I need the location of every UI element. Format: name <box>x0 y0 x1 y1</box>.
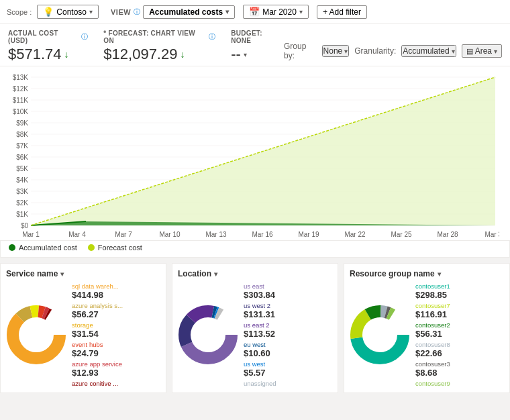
location-legend-item-1: us west 2 $131.31 <box>244 302 332 319</box>
resource-group-card: Resource group name ▾ contosuser1 $298.8… <box>344 263 510 393</box>
forecast-info-icon[interactable]: ⓘ <box>209 32 215 42</box>
location-title: Location <box>178 269 211 278</box>
svg-text:$6K: $6K <box>16 154 28 161</box>
budget-label: BUDGET: NONE <box>231 30 284 44</box>
service-legend-item-2: storage $31.54 <box>72 321 160 339</box>
forecast-dot <box>88 244 95 251</box>
date-button[interactable]: 📅 Mar 2020 ▾ <box>243 5 309 19</box>
info-icon[interactable]: ⓘ <box>134 7 140 17</box>
top-bar: Scope : 💡 Contoso ▾ VIEW ⓘ Accumulated c… <box>0 0 510 24</box>
svg-point-52 <box>195 321 221 348</box>
service-legend: sql data wareh... $414.98 azure analysis… <box>72 282 160 387</box>
accumulated-legend-label: Accumulated cost <box>19 244 77 252</box>
resource-group-title: Resource group name <box>350 269 435 278</box>
location-legend-item-5: unassigned <box>244 380 332 387</box>
svg-text:Mar 28: Mar 28 <box>437 231 458 238</box>
svg-text:$1K: $1K <box>16 211 28 218</box>
granularity-label: Granularity: <box>354 46 396 56</box>
view-section: VIEW ⓘ Accumulated costs ▾ <box>111 5 235 19</box>
forecast-trend-icon: ↓ <box>180 49 185 60</box>
forecast-label: * FORECAST: CHART VIEW ON <box>103 30 206 44</box>
view-button[interactable]: Accumulated costs ▾ <box>143 5 235 19</box>
groupby-button[interactable]: None ▾ <box>322 45 350 57</box>
chevron-down-icon: ▾ <box>494 48 497 55</box>
svg-text:$4K: $4K <box>16 176 28 184</box>
forecast-block: * FORECAST: CHART VIEW ON ⓘ $12,097.29 ↓ <box>103 30 215 63</box>
svg-text:$9K: $9K <box>16 119 28 127</box>
svg-text:$8K: $8K <box>16 131 28 138</box>
location-legend: us east $303.84 us west 2 $131.31 us eas… <box>244 282 332 387</box>
svg-text:Mar 31: Mar 31 <box>484 231 499 238</box>
area-icon: ▤ <box>466 47 473 56</box>
svg-text:Mar 19: Mar 19 <box>298 231 319 238</box>
chart-type-label: Area <box>475 46 492 56</box>
calendar-icon: 📅 <box>249 7 260 17</box>
service-legend-item-3: event hubs $24.79 <box>72 341 160 358</box>
actual-cost-label: ACTUAL COST (USD) <box>8 30 79 44</box>
accumulated-legend: Accumulated cost <box>9 244 77 252</box>
add-filter-label: + Add filter <box>323 7 361 17</box>
service-donut <box>6 305 66 365</box>
location-legend-item-0: us east $303.84 <box>244 282 332 300</box>
location-header[interactable]: Location ▾ <box>178 269 332 278</box>
forecast-legend: Forecast cost <box>88 244 142 252</box>
chevron-down-icon: ▾ <box>214 270 217 278</box>
svg-text:Mar 16: Mar 16 <box>252 231 273 238</box>
granularity-button[interactable]: Accumulated ▾ <box>401 45 456 57</box>
accumulated-dot <box>9 244 15 251</box>
chevron-down-icon: ▾ <box>244 51 247 58</box>
budget-block: BUDGET: NONE -- ▾ <box>231 30 284 63</box>
location-legend-item-4: us west $5.57 <box>244 360 332 378</box>
resource-group-legend-item-4: contosuser3 $8.68 <box>415 360 504 378</box>
actual-cost-block: ACTUAL COST (USD) ⓘ $571.74 ↓ <box>8 30 88 63</box>
view-label: VIEW <box>111 8 131 16</box>
svg-text:Mar 10: Mar 10 <box>159 231 181 238</box>
pie-charts-row: Service name ▾ sql data wareh... $414.98 <box>0 263 510 393</box>
forecast-value: $12,097.29 ↓ <box>103 46 215 63</box>
service-legend-item-4: azure app service $12.93 <box>72 360 160 378</box>
scope-name: Contoso <box>56 7 87 17</box>
scope-button[interactable]: 💡 Contoso ▾ <box>37 5 99 19</box>
resource-group-legend-item-1: contosuser7 $116.91 <box>415 302 504 319</box>
svg-text:$2K: $2K <box>16 199 28 207</box>
location-legend-item-2: us east 2 $113.52 <box>244 321 332 339</box>
service-name-header[interactable]: Service name ▾ <box>6 269 160 278</box>
scope-label: Scope : <box>7 8 32 16</box>
svg-text:Mar 1: Mar 1 <box>22 231 40 238</box>
svg-text:$10K: $10K <box>13 108 29 115</box>
date-label: Mar 2020 <box>262 7 297 17</box>
location-donut <box>178 305 238 365</box>
trend-down-icon: ↓ <box>64 49 69 60</box>
resource-group-header[interactable]: Resource group name ▾ <box>350 269 504 278</box>
service-name-card: Service name ▾ sql data wareh... $414.98 <box>0 263 166 393</box>
resource-group-legend-item-5: contosuser9 <box>415 380 504 387</box>
chart-type-button[interactable]: ▤ Area ▾ <box>462 44 502 58</box>
service-name-title: Service name <box>6 269 58 278</box>
add-filter-button[interactable]: + Add filter <box>317 5 367 19</box>
service-legend-item-0: sql data wareh... $414.98 <box>72 282 160 300</box>
resource-group-legend-item-3: contosuser8 $22.66 <box>415 341 504 358</box>
location-legend-item-3: eu west $10.60 <box>244 341 332 358</box>
granularity-value: Accumulated <box>403 46 449 56</box>
svg-text:Mar 25: Mar 25 <box>391 231 412 238</box>
chevron-down-icon: ▾ <box>438 270 441 278</box>
service-name-body: sql data wareh... $414.98 azure analysis… <box>6 282 160 387</box>
chevron-down-icon: ▾ <box>452 48 455 55</box>
budget-value: -- ▾ <box>231 46 284 63</box>
resource-group-body: contosuser1 $298.85 contosuser7 $116.91 … <box>350 282 504 387</box>
svg-text:Mar 7: Mar 7 <box>115 231 132 238</box>
svg-text:$5K: $5K <box>16 165 28 172</box>
actual-cost-info-icon[interactable]: ⓘ <box>81 32 88 42</box>
svg-text:$3K: $3K <box>16 188 28 195</box>
chart-legend: Accumulated cost Forecast cost <box>0 241 510 258</box>
svg-text:$13K: $13K <box>13 74 29 81</box>
bulb-icon: 💡 <box>43 7 54 17</box>
chevron-down-icon: ▾ <box>225 8 229 15</box>
resource-group-legend-item-0: contosuser1 $298.85 <box>415 282 504 300</box>
svg-text:$11K: $11K <box>13 97 29 104</box>
resource-group-legend-item-2: contosuser2 $56.31 <box>415 321 504 339</box>
svg-text:$12K: $12K <box>13 85 29 93</box>
resource-group-donut <box>350 305 410 365</box>
svg-text:Mar 22: Mar 22 <box>344 231 366 238</box>
cost-chart: $13K $12K $11K $10K $9K $8K $7K $6K $5K … <box>5 70 499 238</box>
